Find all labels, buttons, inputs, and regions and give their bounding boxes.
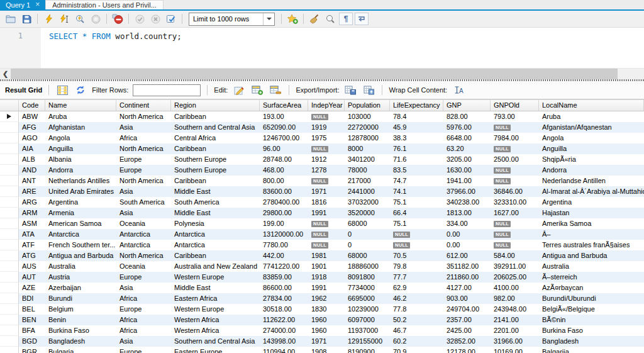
row-marker[interactable] xyxy=(0,143,19,154)
cell-gnp[interactable]: 2357.00 xyxy=(443,315,491,325)
cell-gnp[interactable]: 612.00 xyxy=(443,250,491,261)
row-marker[interactable] xyxy=(0,186,19,197)
explain-button[interactable] xyxy=(73,13,87,25)
cell-gnpold[interactable]: 36846.00 xyxy=(491,186,539,197)
cell-gnpold[interactable]: NULL xyxy=(491,218,539,229)
cell-surfacearea[interactable]: 27834.00 xyxy=(260,293,308,304)
cell-region[interactable]: Antarctica xyxy=(171,229,260,240)
cell-gnpold[interactable]: 1627.00 xyxy=(491,208,539,218)
cell-population[interactable]: 0 xyxy=(345,229,390,240)
save-script-button[interactable] xyxy=(19,13,33,25)
cell-gnp[interactable]: 1941.00 xyxy=(443,176,491,186)
commit-button[interactable] xyxy=(133,13,147,25)
cell-indepyear[interactable]: 1971 xyxy=(308,186,345,197)
cell-gnp[interactable]: 1813.00 xyxy=(443,208,491,218)
cell-code[interactable]: AGO xyxy=(19,133,45,143)
cell-population[interactable]: 11937000 xyxy=(345,325,390,336)
cell-lifeexpectancy[interactable]: NULL xyxy=(390,240,443,250)
cell-name[interactable]: Bulgaria xyxy=(45,347,116,353)
cell-region[interactable]: Caribbean xyxy=(171,176,260,186)
cell-lifeexpectancy[interactable]: 71.6 xyxy=(390,154,443,165)
cell-lifeexpectancy[interactable]: 79.8 xyxy=(390,261,443,272)
row-marker[interactable] xyxy=(0,165,19,176)
cell-population[interactable]: 6097000 xyxy=(345,315,390,325)
cell-surfacearea[interactable]: 800.00 xyxy=(260,176,308,186)
cell-localname[interactable]: Amerika Samoa xyxy=(539,218,644,229)
cell-lifeexpectancy[interactable]: 74.1 xyxy=(390,186,443,197)
sql-editor[interactable]: 1 SELECT * FROM world.country; xyxy=(0,28,644,68)
cell-gnpold[interactable]: NULL xyxy=(491,143,539,154)
cell-continent[interactable]: Asia xyxy=(116,122,171,133)
cell-localname[interactable]: Burundi/Uburundi xyxy=(539,293,644,304)
column-header-lifeexpectancy[interactable]: LifeExpectancy xyxy=(390,100,443,111)
cell-indepyear[interactable]: 1991 xyxy=(308,283,345,293)
cell-gnp[interactable]: 1630.00 xyxy=(443,165,491,176)
cell-code[interactable]: AUS xyxy=(19,261,45,272)
open-script-button[interactable] xyxy=(4,13,18,25)
close-icon[interactable]: × xyxy=(35,1,40,8)
cell-lifeexpectancy[interactable]: 62.9 xyxy=(390,283,443,293)
cell-indepyear[interactable]: 1912 xyxy=(308,154,345,165)
cell-localname[interactable]: Nederlandse Antillen xyxy=(539,176,644,186)
rollback-button[interactable] xyxy=(148,13,162,25)
cell-indepyear[interactable]: 1971 xyxy=(308,336,345,347)
cell-surfacearea[interactable]: 7780.00 xyxy=(260,240,308,250)
execute-current-statement-button[interactable] xyxy=(57,13,71,25)
export-button[interactable] xyxy=(343,84,357,96)
cell-population[interactable]: 8000 xyxy=(345,143,390,154)
cell-continent[interactable]: Europe xyxy=(116,272,171,283)
cell-name[interactable]: Angola xyxy=(45,133,116,143)
cell-region[interactable]: Southern Europe xyxy=(171,154,260,165)
cell-surfacearea[interactable]: 96.00 xyxy=(260,143,308,154)
cell-population[interactable]: 18886000 xyxy=(345,261,390,272)
cell-name[interactable]: Benin xyxy=(45,315,116,325)
cell-gnp[interactable]: 32852.00 xyxy=(443,336,491,347)
row-marker[interactable] xyxy=(0,154,19,165)
row-marker[interactable] xyxy=(0,272,19,283)
cell-region[interactable]: Middle East xyxy=(171,186,260,197)
cell-region[interactable]: Central Africa xyxy=(171,133,260,143)
cell-indepyear[interactable]: 1830 xyxy=(308,304,345,315)
cell-region[interactable]: Eastern Europe xyxy=(171,347,260,353)
cell-region[interactable]: Western Europe xyxy=(171,272,260,283)
cell-region[interactable]: South America xyxy=(171,197,260,208)
cell-region[interactable]: Caribbean xyxy=(171,111,260,122)
cell-indepyear[interactable]: 1918 xyxy=(308,272,345,283)
column-view-button[interactable] xyxy=(55,84,69,96)
cell-gnp[interactable]: 249704.00 xyxy=(443,304,491,315)
cell-lifeexpectancy[interactable]: 60.2 xyxy=(390,336,443,347)
cell-lifeexpectancy[interactable]: 50.2 xyxy=(390,315,443,325)
cell-lifeexpectancy[interactable]: 70.5 xyxy=(390,250,443,261)
row-marker[interactable] xyxy=(0,208,19,218)
cell-name[interactable]: Afghanistan xyxy=(45,122,116,133)
cell-localname[interactable]: Anguilla xyxy=(539,143,644,154)
cell-indepyear[interactable]: NULL xyxy=(308,143,345,154)
scrollbar-track[interactable] xyxy=(618,69,644,79)
cell-continent[interactable]: Europe xyxy=(116,304,171,315)
cell-continent[interactable]: Africa xyxy=(116,315,171,325)
cell-continent[interactable]: Asia xyxy=(116,336,171,347)
cell-lifeexpectancy[interactable]: 46.2 xyxy=(390,293,443,304)
cell-code[interactable]: ANT xyxy=(19,176,45,186)
cell-gnp[interactable]: 334.00 xyxy=(443,218,491,229)
cell-localname[interactable]: Burkina Faso xyxy=(539,325,644,336)
cell-indepyear[interactable]: NULL xyxy=(308,240,345,250)
cell-continent[interactable]: Asia xyxy=(116,208,171,218)
cell-region[interactable]: Antarctica xyxy=(171,240,260,250)
cell-surfacearea[interactable]: 7741220.00 xyxy=(260,261,308,272)
cell-gnpold[interactable]: 982.00 xyxy=(491,293,539,304)
cell-code[interactable]: ATG xyxy=(19,250,45,261)
cell-localname[interactable]: Terres australes franÃ§aises xyxy=(539,240,644,250)
cell-population[interactable]: 3520000 xyxy=(345,208,390,218)
cell-code[interactable]: BGR xyxy=(19,347,45,353)
cell-indepyear[interactable]: 1975 xyxy=(308,133,345,143)
cell-population[interactable]: 8091800 xyxy=(345,272,390,283)
row-marker[interactable] xyxy=(0,111,19,122)
cell-indepyear[interactable]: 1960 xyxy=(308,325,345,336)
cell-indepyear[interactable]: NULL xyxy=(308,111,345,122)
cell-continent[interactable]: Asia xyxy=(116,186,171,197)
row-marker[interactable] xyxy=(0,250,19,261)
cell-name[interactable]: United Arab Emirates xyxy=(45,186,116,197)
cell-code[interactable]: AIA xyxy=(19,143,45,154)
delete-row-button[interactable] xyxy=(269,84,282,96)
